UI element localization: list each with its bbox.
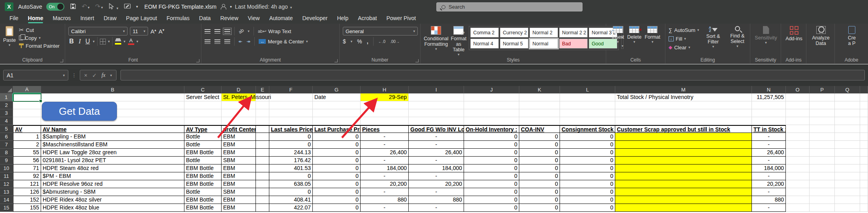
cell-D15[interactable]: EBM <box>222 204 256 212</box>
name-box[interactable]: A1▾ <box>3 70 68 80</box>
cell-G13[interactable]: 0 <box>313 188 361 196</box>
cell-K1[interactable] <box>519 93 560 101</box>
cell-O13[interactable] <box>786 188 810 196</box>
cell-J1[interactable] <box>464 93 519 101</box>
cell-N2[interactable] <box>752 101 786 109</box>
cell-C6[interactable]: Bottle <box>184 133 222 141</box>
cell-I6[interactable]: - <box>409 133 464 141</box>
cell-M6[interactable] <box>615 133 752 141</box>
cell-Q8[interactable] <box>835 149 860 157</box>
cell-Q3[interactable] <box>835 109 860 117</box>
sort-filter-button[interactable]: AZ Sort & Filter▾ <box>703 26 723 56</box>
menu-item-developer[interactable]: Developer <box>299 14 332 23</box>
align-bottom-button[interactable] <box>224 29 230 34</box>
cell-C15[interactable]: EBM Bottle <box>184 204 222 212</box>
cell-G14[interactable]: 0 <box>313 196 361 204</box>
cell-I12[interactable]: 20,200 <box>409 180 464 188</box>
cell-F12[interactable]: 638.05 <box>269 180 313 188</box>
cell-P4[interactable] <box>810 117 835 125</box>
cell-N12[interactable]: 20,200 <box>752 180 786 188</box>
undo-icon[interactable]: ↶▾ <box>82 4 90 10</box>
cell-C8[interactable]: EBM Bottle <box>184 149 222 157</box>
sensitivity-button[interactable]: Sensitivity▾ <box>753 26 778 45</box>
col-header-P[interactable]: P <box>810 86 835 93</box>
cell-M14[interactable] <box>615 196 752 204</box>
cell-E6[interactable] <box>256 133 269 141</box>
col-header-F[interactable]: F <box>269 86 313 93</box>
cell-A2[interactable] <box>13 101 41 109</box>
cell-D11[interactable]: EBM <box>222 172 256 180</box>
cell-L15[interactable]: 0 <box>560 204 615 212</box>
autosum-button[interactable]: ∑AutoSum▾ <box>669 26 699 34</box>
font-size-select[interactable]: 11▾ <box>130 27 148 36</box>
cell-Q4[interactable] <box>835 117 860 125</box>
menu-item-power-pivot[interactable]: Power Pivot <box>382 14 420 23</box>
align-middle-button[interactable] <box>214 29 220 34</box>
row-header-13[interactable]: 13 <box>0 188 13 196</box>
cell-C12[interactable]: EBM Bottle <box>184 180 222 188</box>
cell-G8[interactable]: 0 <box>313 149 361 157</box>
cell-C4[interactable] <box>184 117 222 125</box>
cell-N10[interactable]: 184,000 <box>752 164 786 172</box>
cell-K4[interactable] <box>519 117 560 125</box>
cell-K11[interactable]: 0 <box>519 172 560 180</box>
cell-J7[interactable]: 0 <box>464 141 519 149</box>
cell-M10[interactable] <box>615 164 752 172</box>
cell-E12[interactable] <box>256 180 269 188</box>
insert-cells-button[interactable]: ← Insert▾ <box>612 26 624 56</box>
cell-Q13[interactable] <box>835 188 860 196</box>
cell-P8[interactable] <box>810 149 835 157</box>
cell-J2[interactable] <box>464 101 519 109</box>
excel-logo-icon[interactable]: X <box>5 2 13 11</box>
cell-G10[interactable]: 0 <box>313 164 361 172</box>
cell-E4[interactable] <box>256 117 269 125</box>
cut-button[interactable]: ✂Cut <box>19 26 60 34</box>
cell-E13[interactable] <box>256 188 269 196</box>
cell-I7[interactable]: - <box>409 141 464 149</box>
cell-M5[interactable]: Customer Scrap approved but still in Sto… <box>615 125 752 133</box>
cell-B9[interactable]: 0291881- Lysol 28oz PET <box>41 157 184 164</box>
cell-J6[interactable]: 0 <box>464 133 519 141</box>
cell-E8[interactable] <box>256 149 269 157</box>
cell-E11[interactable] <box>256 172 269 180</box>
row-header-7[interactable]: 7 <box>0 141 13 149</box>
cell-M4[interactable] <box>615 117 752 125</box>
cell-F2[interactable] <box>269 101 313 109</box>
cell-Q10[interactable] <box>835 164 860 172</box>
cell-H12[interactable]: 20,200 <box>361 180 409 188</box>
cell-P2[interactable] <box>810 101 835 109</box>
insert-function-button[interactable]: fx <box>101 72 105 78</box>
row-header-2[interactable]: 2 <box>0 101 13 109</box>
cell-D6[interactable]: EBM <box>222 133 256 141</box>
cell-E10[interactable] <box>256 164 269 172</box>
col-header-I[interactable]: I <box>409 86 464 93</box>
cell-X15[interactable] <box>860 204 868 212</box>
get-data-button[interactable]: Get Data <box>42 102 117 121</box>
cell-D3[interactable] <box>222 109 256 117</box>
cell-M11[interactable] <box>615 172 752 180</box>
merge-center-button[interactable]: ↔Merge & Center▾ <box>259 37 308 45</box>
cell-X7[interactable] <box>860 141 868 149</box>
cell-G3[interactable] <box>313 109 361 117</box>
cell-A6[interactable]: 1 <box>13 133 41 141</box>
cell-K12[interactable]: 0 <box>519 180 560 188</box>
cell-J9[interactable]: 0 <box>464 157 519 164</box>
row-header-9[interactable]: 9 <box>0 157 13 164</box>
cell-E3[interactable] <box>256 109 269 117</box>
cell-O1[interactable] <box>786 93 810 101</box>
fill-button[interactable]: ↓Fill▾ <box>669 35 699 43</box>
decrease-indent-button[interactable]: ↞ <box>239 39 242 44</box>
cell-F10[interactable]: 401.53 <box>269 164 313 172</box>
grow-font-button[interactable]: A▴ <box>150 28 156 35</box>
cell-F15[interactable]: 422.07 <box>269 204 313 212</box>
cell-Q14[interactable] <box>835 196 860 204</box>
cell-A7[interactable]: 2 <box>13 141 41 149</box>
cell-J12[interactable]: 0 <box>464 180 519 188</box>
cell-D8[interactable]: EBM <box>222 149 256 157</box>
addins-button[interactable]: Add-ins <box>784 26 804 41</box>
cell-A9[interactable]: 56 <box>13 157 41 164</box>
font-color-button[interactable]: A <box>128 38 134 45</box>
cell-H6[interactable]: - <box>361 133 409 141</box>
cell-M9[interactable] <box>615 157 752 164</box>
cell-X2[interactable] <box>860 101 868 109</box>
